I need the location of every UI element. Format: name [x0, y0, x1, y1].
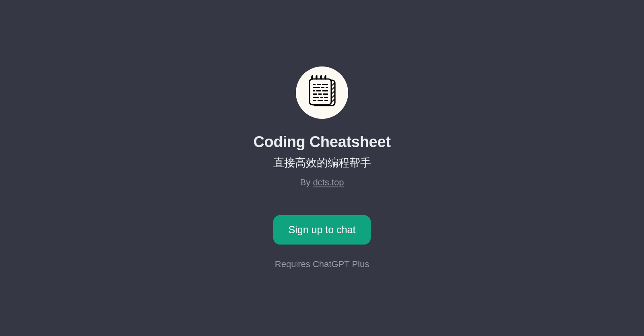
- svg-line-19: [332, 83, 334, 85]
- gpt-subtitle: 直接高效的编程帮手: [273, 156, 371, 170]
- notepad-icon: [307, 75, 337, 110]
- requires-plus-label: Requires ChatGPT Plus: [275, 259, 369, 270]
- svg-rect-16: [313, 100, 316, 101]
- svg-rect-15: [324, 97, 328, 98]
- svg-line-23: [332, 100, 334, 102]
- signup-button[interactable]: Sign up to chat: [273, 215, 371, 245]
- gpt-author-link[interactable]: dcts.top: [313, 177, 344, 187]
- gpt-title: Coding Cheatsheet: [253, 133, 390, 151]
- svg-rect-12: [323, 93, 328, 95]
- svg-rect-14: [320, 97, 323, 98]
- svg-rect-7: [313, 90, 315, 91]
- gpt-author-line: By dcts.top: [300, 177, 344, 188]
- svg-rect-17: [318, 100, 323, 101]
- svg-rect-10: [313, 93, 317, 95]
- svg-line-21: [332, 91, 334, 93]
- svg-rect-11: [318, 93, 322, 95]
- svg-rect-13: [313, 97, 319, 98]
- svg-line-20: [332, 87, 334, 89]
- gpt-avatar: [296, 66, 348, 119]
- svg-rect-4: [313, 87, 320, 88]
- svg-rect-2: [317, 84, 321, 85]
- author-prefix: By: [300, 177, 313, 187]
- svg-rect-1: [313, 84, 316, 85]
- svg-rect-3: [322, 84, 328, 85]
- svg-line-22: [332, 95, 334, 97]
- svg-rect-18: [324, 100, 328, 101]
- svg-rect-8: [316, 90, 321, 91]
- svg-rect-5: [321, 87, 324, 88]
- svg-rect-9: [322, 90, 328, 91]
- svg-rect-6: [326, 87, 328, 88]
- gpt-profile-card: Coding Cheatsheet 直接高效的编程帮手 By dcts.top …: [253, 66, 390, 270]
